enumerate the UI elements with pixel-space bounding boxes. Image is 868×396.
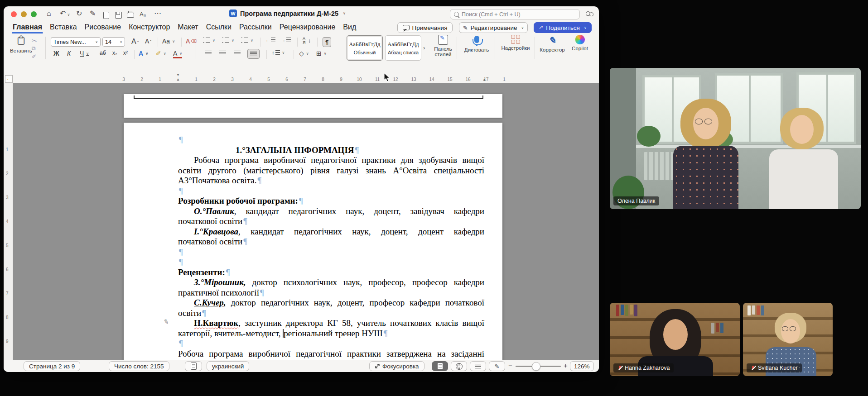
- video-tile-hanna[interactable]: Hanna Zakharova: [610, 303, 740, 376]
- minimize-window-button[interactable]: [21, 11, 27, 17]
- addins-button[interactable]: Надстройки: [498, 35, 533, 51]
- video-tile-olena[interactable]: Олена Павлик: [610, 68, 861, 209]
- search-input[interactable]: Поиск (Cmd + Ctrl + U): [450, 9, 580, 19]
- doc-line[interactable]: категорії, вчитель-методист, регіональни…: [178, 329, 484, 339]
- align-center-icon[interactable]: [219, 51, 226, 56]
- doc-line[interactable]: освіти¶: [178, 308, 484, 319]
- vertical-ruler[interactable]: 123456789: [4, 83, 13, 360]
- video-tile-svitlana[interactable]: Svitlana Kucher: [743, 303, 833, 376]
- underline-icon[interactable]: Ч∨: [80, 50, 89, 57]
- tab-risovanie[interactable]: Рисование: [85, 23, 121, 32]
- close-window-button[interactable]: [11, 11, 17, 17]
- change-case-icon[interactable]: Aa∨: [162, 38, 175, 45]
- editor-button[interactable]: ✎ Корректор: [537, 35, 567, 52]
- save-icon[interactable]: [115, 10, 122, 19]
- new-document-icon[interactable]: [103, 10, 109, 19]
- doc-line[interactable]: початкової освіти¶: [178, 237, 484, 247]
- highlight-icon[interactable]: ✐∨: [156, 50, 166, 57]
- tab-konstruktor[interactable]: Конструктор: [129, 23, 170, 32]
- comments-button[interactable]: Примечания: [397, 22, 453, 33]
- document-title[interactable]: Програма педпрактики Д-М-25: [240, 10, 338, 17]
- doc-line[interactable]: Н.Квартюк, заступник директора КГ 58, уч…: [178, 318, 484, 329]
- doc-line[interactable]: ¶: [178, 135, 484, 145]
- copy-icon[interactable]: ⧉: [32, 45, 36, 52]
- tab-maket[interactable]: Макет: [178, 23, 198, 32]
- styles-gallery-expand-icon[interactable]: ›: [423, 44, 425, 51]
- justify-icon[interactable]: [247, 49, 260, 59]
- proofing-status-button[interactable]: [185, 361, 202, 371]
- doc-line[interactable]: ¶: [178, 257, 484, 267]
- tab-rassylki[interactable]: Рассылки: [239, 23, 272, 32]
- language-button[interactable]: украинский: [207, 361, 249, 371]
- doc-line[interactable]: Рецензенти:¶: [178, 267, 484, 278]
- document-title-group[interactable]: W Програма педпрактики Д-М-25 ∨: [229, 10, 346, 17]
- zoom-percent-button[interactable]: 126%: [570, 361, 594, 371]
- word-count-button[interactable]: Число слов: 2155: [109, 361, 169, 371]
- zoom-slider-knob[interactable]: [532, 362, 540, 371]
- doc-line[interactable]: Розробники робочої програми:¶: [178, 196, 484, 206]
- copilot-button[interactable]: Copilot: [568, 35, 592, 51]
- doc-line[interactable]: освіти другого (магістерського) рівня га…: [178, 166, 484, 176]
- cut-icon[interactable]: ✂: [32, 37, 37, 44]
- doc-line[interactable]: А3°Початкова освіта.¶: [178, 176, 484, 186]
- save-as-icon[interactable]: ✎: [90, 9, 96, 18]
- doc-line[interactable]: практичної психології¶: [178, 288, 484, 298]
- align-left-icon[interactable]: [205, 51, 212, 56]
- home-icon[interactable]: ⌂: [47, 9, 51, 18]
- hanging-indent-marker[interactable]: ▲: [176, 78, 180, 81]
- tab-vid[interactable]: Вид: [343, 23, 356, 32]
- doc-line[interactable]: І.°Кравцова, кандидат педагогічних наук,…: [178, 227, 484, 237]
- first-line-indent-marker[interactable]: ▼: [176, 73, 180, 77]
- zoom-in-button[interactable]: +: [564, 362, 568, 369]
- font-size-combo[interactable]: 14∨: [102, 37, 125, 47]
- doc-line[interactable]: С.Кучер, доктор педагогічних наук, доцен…: [178, 298, 484, 308]
- horizontal-ruler[interactable]: ⌐ 32112345678910111213141516171 ▼ ▲ ▲: [4, 63, 599, 83]
- web-layout-view-button[interactable]: [451, 361, 467, 371]
- line-spacing-icon[interactable]: ↕∨: [272, 50, 285, 55]
- more-commands-icon[interactable]: ⋯: [154, 9, 161, 18]
- document-page[interactable]: ¶1.°ЗАГАЛЬНА ІНФОРМАЦІЯ¶Робоча програма …: [124, 123, 502, 360]
- doc-line[interactable]: ¶: [178, 339, 484, 349]
- bullets-icon[interactable]: ∨: [203, 38, 215, 43]
- right-indent-marker[interactable]: ▲: [482, 78, 486, 81]
- draft-view-button[interactable]: ✎: [489, 361, 505, 371]
- borders-icon[interactable]: ⊞∨: [316, 50, 327, 57]
- read-aloud-icon[interactable]: A)): [140, 10, 146, 20]
- print-icon[interactable]: [127, 9, 134, 18]
- focus-mode-button[interactable]: Фокусировка: [369, 361, 424, 371]
- print-layout-view-button[interactable]: [432, 361, 448, 371]
- italic-icon[interactable]: К: [67, 50, 71, 57]
- doc-line[interactable]: О.°Павлик, кандидат педагогічних наук, д…: [178, 206, 484, 217]
- clear-formatting-icon[interactable]: A⌫: [186, 38, 197, 45]
- font-color-icon[interactable]: A∨: [173, 50, 182, 58]
- undo-icon[interactable]: ↶∨: [60, 9, 70, 19]
- tab-recenzirovanie[interactable]: Рецензирование: [280, 23, 336, 32]
- doc-line[interactable]: Робоча програма виробничої педагогічної …: [178, 155, 484, 166]
- doc-line[interactable]: ¶: [178, 186, 484, 196]
- sort-icon[interactable]: АЯ: [303, 37, 306, 45]
- zoom-window-button[interactable]: [31, 11, 37, 17]
- bold-icon[interactable]: Ж: [53, 50, 59, 57]
- text-effects-icon[interactable]: A∨: [139, 50, 148, 57]
- increase-indent-icon[interactable]: →: [281, 38, 291, 43]
- zoom-out-button[interactable]: −: [508, 362, 512, 369]
- doc-line[interactable]: 1.°ЗАГАЛЬНА ІНФОРМАЦІЯ¶: [178, 145, 484, 156]
- format-painter-icon[interactable]: ✐: [32, 53, 36, 60]
- share-button[interactable]: ↗ Поделиться ∨: [534, 22, 592, 33]
- redo-icon[interactable]: ↻: [76, 9, 82, 18]
- style-pane-button[interactable]: Панельстилей: [430, 35, 456, 57]
- shrink-font-icon[interactable]: Aˇ: [145, 38, 151, 45]
- page-indicator-button[interactable]: Страница 2 из 9: [24, 361, 80, 371]
- style-normal[interactable]: АаБбВвГгДд Обычный: [347, 35, 383, 61]
- align-right-icon[interactable]: [234, 51, 241, 56]
- document-text[interactable]: ¶1.°ЗАГАЛЬНА ІНФОРМАЦІЯ¶Робоча програма …: [178, 135, 484, 360]
- style-list-paragraph[interactable]: АаБбВвГгДд Абзац списка: [385, 35, 421, 61]
- page-1-bottom[interactable]: [124, 94, 502, 118]
- tab-glavnaya[interactable]: Главная: [13, 23, 42, 32]
- strikethrough-icon[interactable]: аб: [100, 50, 106, 56]
- dictate-button[interactable]: Диктовать: [460, 35, 493, 52]
- outline-view-button[interactable]: [470, 361, 486, 371]
- font-name-combo[interactable]: Times New...∨: [51, 37, 101, 47]
- tab-ssylki[interactable]: Ссылки: [206, 23, 231, 32]
- tab-selector-icon[interactable]: ⌐: [5, 75, 13, 83]
